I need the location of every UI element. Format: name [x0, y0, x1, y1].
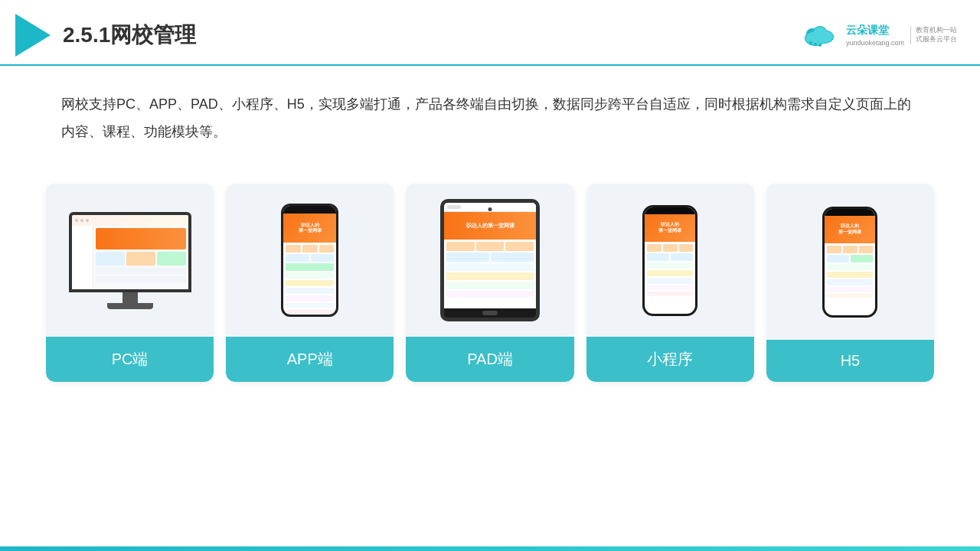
phone-mockup-mini: 职达人的第一堂网课 [642, 205, 697, 316]
brand-name: 云朵课堂 [846, 23, 904, 38]
header-left: 2.5.1网校管理 [15, 14, 196, 57]
cloud-icon [800, 20, 840, 51]
brand-slogan-line1: 教育机构一站 [916, 26, 957, 34]
svg-point-8 [814, 43, 817, 46]
card-pad-image: 职达人的第一堂网课 [406, 184, 573, 337]
card-pad-label: PAD端 [406, 337, 573, 382]
card-pc: PC端 [46, 184, 214, 382]
page-header: 2.5.1网校管理 云朵课堂 [0, 0, 980, 66]
card-pc-label: PC端 [46, 337, 214, 382]
tablet-mockup: 职达人的第一堂网课 [440, 199, 540, 321]
brand-text: 云朵课堂 yunduoketang.com [846, 23, 904, 47]
bottom-decoration [0, 546, 980, 551]
svg-point-6 [814, 27, 826, 37]
card-h5: 职达人的第一堂网课 [766, 184, 934, 382]
card-pad: 职达人的第一堂网课 [406, 184, 573, 382]
logo-triangle-icon [15, 14, 51, 57]
card-app-image: 职达人的第一堂网课 [226, 184, 394, 337]
card-h5-image: 职达人的第一堂网课 [766, 184, 934, 340]
card-pc-image [46, 184, 214, 337]
monitor-mockup [69, 212, 191, 309]
header-right: 云朵课堂 yunduoketang.com 教育机构一站 式服务云平台 [800, 20, 957, 51]
description-paragraph: 网校支持PC、APP、PAD、小程序、H5，实现多端打通，产品各终端自由切换，数… [61, 90, 919, 145]
brand-url: yunduoketang.com [846, 38, 904, 48]
platform-cards: PC端 职达人的第一堂网课 [0, 161, 980, 405]
phone-mockup-h5: 职达人的第一堂网课 [822, 207, 877, 318]
card-mini-label: 小程序 [586, 337, 754, 382]
page-title: 2.5.1网校管理 [63, 21, 196, 50]
brand-logo: 云朵课堂 yunduoketang.com 教育机构一站 式服务云平台 [800, 20, 957, 51]
card-app: 职达人的第一堂网课 [226, 184, 394, 382]
card-mini-image: 职达人的第一堂网课 [586, 184, 754, 337]
phone-mockup-app: 职达人的第一堂网课 [281, 204, 338, 317]
card-app-label: APP端 [226, 337, 394, 382]
svg-point-7 [809, 41, 812, 44]
card-h5-label: H5 [766, 340, 934, 382]
svg-point-9 [818, 44, 822, 47]
brand-slogan: 教育机构一站 式服务云平台 [910, 26, 957, 44]
card-mini: 职达人的第一堂网课 [586, 184, 754, 382]
description-text: 网校支持PC、APP、PAD、小程序、H5，实现多端打通，产品各终端自由切换，数… [0, 66, 980, 153]
brand-slogan-line2: 式服务云平台 [916, 35, 957, 43]
